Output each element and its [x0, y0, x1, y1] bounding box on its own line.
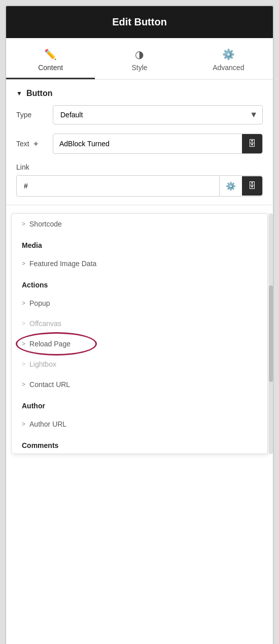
- text-input-wrapper: 🗄: [53, 134, 263, 154]
- dropdown-panel: > Shortcode Media > Featured Image Data …: [11, 213, 268, 454]
- link-row: ⚙️ 🗄: [16, 175, 263, 197]
- section-arrow: ▼: [16, 90, 22, 97]
- form-area: Type Default Info Success Warning Danger…: [6, 105, 273, 154]
- type-control-wrapper: Default Info Success Warning Danger ▼: [53, 105, 263, 124]
- text-label: Text ✦: [16, 139, 47, 149]
- ai-sparkle-icon: ✦: [32, 139, 39, 149]
- link-input[interactable]: [17, 176, 219, 196]
- panel-header: Edit Button: [6, 6, 273, 38]
- chevron-right-icon: >: [22, 260, 25, 267]
- media-header-item: Media: [12, 234, 267, 253]
- chevron-right-icon: >: [22, 320, 25, 327]
- pencil-icon: ✏️: [44, 48, 57, 60]
- type-select-wrapper: Default Info Success Warning Danger ▼: [53, 105, 263, 124]
- dropdown-wrapper: > Shortcode Media > Featured Image Data …: [6, 213, 273, 454]
- edit-button-panel: Edit Button ✏️ Content ◑ Style ⚙️ Advanc…: [5, 5, 274, 644]
- reload-page-item[interactable]: > Reload Page: [12, 334, 267, 354]
- actions-header-item: Actions: [12, 274, 267, 293]
- chevron-right-icon: >: [22, 340, 25, 347]
- scrollbar-track: [269, 213, 273, 454]
- author-header-item: Author: [12, 395, 267, 414]
- comments-header-item: Comments: [12, 434, 267, 454]
- tabs-container: ✏️ Content ◑ Style ⚙️ Advanced: [6, 38, 273, 80]
- chevron-right-icon: >: [22, 220, 25, 228]
- shortcode-item[interactable]: > Shortcode: [12, 214, 267, 234]
- divider: [6, 205, 273, 205]
- type-select[interactable]: Default Info Success Warning Danger: [53, 105, 263, 124]
- chevron-right-icon: >: [22, 381, 25, 388]
- section-title: Button: [26, 89, 53, 98]
- text-db-button[interactable]: 🗄: [242, 134, 262, 153]
- chevron-right-icon: >: [22, 300, 25, 307]
- tab-content[interactable]: ✏️ Content: [6, 43, 95, 79]
- panel-title: Edit Button: [112, 16, 167, 27]
- chevron-right-icon: >: [22, 421, 25, 428]
- text-row: Text ✦ 🗄: [16, 134, 263, 154]
- gear-icon: ⚙️: [222, 48, 235, 60]
- scrollbar-thumb[interactable]: [269, 285, 273, 382]
- tab-style[interactable]: ◑ Style: [95, 43, 184, 79]
- chevron-right-icon: >: [22, 361, 25, 368]
- tab-style-label: Style: [131, 63, 147, 72]
- offcanvas-item[interactable]: > Offcanvas: [12, 313, 267, 334]
- featured-image-item[interactable]: > Featured Image Data: [12, 253, 267, 274]
- section-header: ▼ Button: [6, 80, 273, 105]
- type-row: Type Default Info Success Warning Danger…: [16, 105, 263, 124]
- author-url-item[interactable]: > Author URL: [12, 414, 267, 434]
- contact-url-item[interactable]: > Contact URL: [12, 374, 267, 395]
- link-settings-button[interactable]: ⚙️: [219, 176, 242, 196]
- text-input[interactable]: [53, 135, 242, 153]
- lightbox-item[interactable]: > Lightbox: [12, 354, 267, 374]
- popup-item[interactable]: > Popup: [12, 293, 267, 313]
- tab-advanced[interactable]: ⚙️ Advanced: [184, 43, 273, 79]
- tab-advanced-label: Advanced: [213, 63, 244, 72]
- link-label: Link: [6, 163, 273, 175]
- contrast-icon: ◑: [135, 48, 144, 60]
- content-area: ▼ Button Type Default Info Success Warni…: [6, 80, 273, 644]
- type-label: Type: [16, 111, 47, 119]
- tab-content-label: Content: [38, 63, 63, 72]
- link-db-button[interactable]: 🗄: [242, 176, 262, 196]
